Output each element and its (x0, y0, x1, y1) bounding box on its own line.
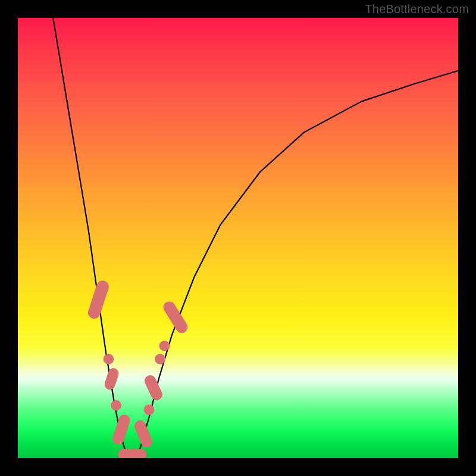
marker-pill (118, 449, 146, 458)
marker-dot (155, 354, 165, 365)
marker-pill (161, 299, 190, 336)
data-markers (86, 279, 190, 458)
marker-pill (133, 418, 154, 449)
curve-left-branch (53, 18, 128, 458)
marker-pill (143, 373, 164, 402)
marker-dot (104, 354, 114, 365)
marker-dot (111, 400, 121, 411)
watermark-text: TheBottleneck.com (365, 2, 469, 16)
marker-dot (159, 340, 170, 351)
marker-dot (144, 405, 155, 415)
chart-svg (18, 18, 458, 458)
chart-frame: TheBottleneck.com (0, 0, 476, 476)
curve-right-branch (137, 71, 458, 458)
marker-pill (86, 279, 110, 321)
marker-pill (111, 413, 131, 446)
marker-pill (103, 367, 120, 391)
plot-area (18, 18, 458, 458)
